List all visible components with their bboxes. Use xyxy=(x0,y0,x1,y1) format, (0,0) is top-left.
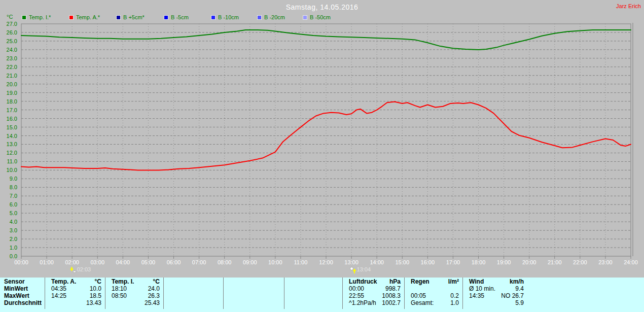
table-filler xyxy=(527,278,644,309)
y-tick-label: 23.0 xyxy=(1,55,17,61)
x-tick-label: 13:00 xyxy=(342,259,361,265)
cell-value: 13.43 xyxy=(86,299,105,306)
y-tick-label: 21.0 xyxy=(1,73,17,79)
x-tick-label: 17:00 xyxy=(443,259,462,265)
cell-time xyxy=(164,299,170,306)
y-tick-label: 6.0 xyxy=(1,201,17,207)
cell-value xyxy=(220,285,223,292)
cell-time xyxy=(45,299,51,306)
column-unit: km/h xyxy=(510,278,527,285)
x-tick-label: 23:00 xyxy=(596,259,615,265)
table-row-label: Durchschnitt xyxy=(0,299,45,306)
cell-time: 04:35 xyxy=(45,285,66,292)
x-tick-label: 09:00 xyxy=(240,259,260,265)
cell-value xyxy=(220,292,223,299)
x-tick-label: 18:00 xyxy=(469,259,488,265)
y-tick-label: 27.0 xyxy=(1,21,17,27)
y-tick-label: 17.0 xyxy=(1,107,17,113)
x-tick-label: 05:00 xyxy=(138,259,158,265)
cell-value: 9.4 xyxy=(515,285,527,292)
cell-time xyxy=(164,292,170,299)
cell-time: Ø 10 min. xyxy=(463,285,495,292)
table-column-luftdruck: LuftdruckhPa00:00998.722:551008.3^1.2hPa… xyxy=(342,278,404,309)
table-row-label: MaxWert xyxy=(0,292,45,299)
cell-time xyxy=(224,292,230,299)
y-tick-label: 7.0 xyxy=(1,193,17,199)
y-tick-label: 22.0 xyxy=(1,64,17,70)
cell-value: 1008.3 xyxy=(382,292,404,299)
cell-value: 5.9 xyxy=(515,299,527,306)
y-tick-label: 20.0 xyxy=(1,81,17,87)
x-tick-label: 21:00 xyxy=(545,259,564,265)
cell-value xyxy=(339,292,342,299)
cell-time: 18:10 xyxy=(105,285,127,292)
column-name: Temp. A. xyxy=(45,278,76,285)
table-column-regen: Regenl/m²00:050.2Gesamt:1.0 xyxy=(404,278,462,309)
cell-value xyxy=(280,292,284,299)
cell-value: 18.5 xyxy=(90,292,105,299)
cell-value xyxy=(339,285,342,292)
x-tick-label: 04:00 xyxy=(113,259,132,265)
marker-moonrise: 13:04 xyxy=(350,266,371,275)
table-column-temp-i-: Temp. I.°C18:1024.008:5026.325.43 xyxy=(105,278,163,309)
marker-time-label: 02:03 xyxy=(77,266,91,273)
table-row-labels-column: SensorMinWertMaxWertDurchschnitt xyxy=(0,278,45,309)
y-tick-label: 10.0 xyxy=(1,167,17,173)
column-name xyxy=(284,278,291,285)
cell-value xyxy=(459,285,462,292)
cell-value: NO 26.7 xyxy=(501,292,527,299)
x-tick-label: 14:00 xyxy=(367,259,386,265)
cell-value xyxy=(339,299,342,306)
y-tick-label: 12.0 xyxy=(1,150,17,156)
x-tick-label: 20:00 xyxy=(520,259,539,265)
y-tick-label: 1.0 xyxy=(1,245,17,251)
y-tick-label: 18.0 xyxy=(1,98,17,105)
column-name xyxy=(164,278,170,285)
cell-value: 25.43 xyxy=(145,299,163,306)
cell-value: 1002.7 xyxy=(382,299,404,306)
weather-logger-screen: { "header": { "title": "Samstag, 14.05.2… xyxy=(0,0,644,312)
plot-border xyxy=(21,24,631,256)
x-tick-label: 10:00 xyxy=(266,259,285,265)
column-name xyxy=(224,278,230,285)
cell-value xyxy=(280,285,284,292)
cell-time: 22:55 xyxy=(343,292,364,299)
x-tick-label: 06:00 xyxy=(164,259,184,265)
stats-table: SensorMinWertMaxWertDurchschnittTemp. A.… xyxy=(0,278,644,312)
y-tick-label: 9.0 xyxy=(1,176,17,182)
table-row-label: MinWert xyxy=(0,285,45,292)
cell-value: 24.0 xyxy=(148,285,163,292)
cell-value: 0.2 xyxy=(450,292,462,299)
y-tick-label: 16.0 xyxy=(1,116,17,122)
y-tick-label: 26.0 xyxy=(1,29,17,36)
cell-value xyxy=(280,299,284,306)
y-tick-label: 13.0 xyxy=(1,141,17,147)
table-column-temp-a-: Temp. A.°C04:3510.014:2518.513.43 xyxy=(45,278,105,309)
y-tick-label: 14.0 xyxy=(1,133,17,139)
cell-time: 14:25 xyxy=(45,292,66,299)
y-tick-label: 2.0 xyxy=(1,236,17,242)
cell-time: 08:50 xyxy=(105,292,127,299)
cell-time: 00:00 xyxy=(343,285,364,292)
cell-value: 10.0 xyxy=(90,285,105,292)
x-tick-label: 24:00 xyxy=(621,259,640,265)
cell-time: 14:35 xyxy=(463,292,484,299)
cell-time xyxy=(463,299,469,306)
table-column-empty xyxy=(163,278,223,309)
y-tick-label: 4.0 xyxy=(1,219,17,225)
cell-value xyxy=(220,299,223,306)
y-tick-label: 11.0 xyxy=(1,158,17,164)
x-tick-label: 16:00 xyxy=(418,259,437,265)
x-tick-label: 08:00 xyxy=(215,259,234,265)
y-tick-label: 0.0 xyxy=(1,253,17,259)
cell-value: 1.0 xyxy=(450,299,462,306)
marker-moonset: 02:03 xyxy=(70,266,91,275)
y-tick-label: 25.0 xyxy=(1,38,17,44)
x-tick-label: 07:00 xyxy=(190,259,209,265)
y-tick-label: 5.0 xyxy=(1,210,17,216)
column-unit: l/m² xyxy=(448,278,462,285)
column-name: Luftdruck xyxy=(343,278,377,285)
cell-time xyxy=(224,285,230,292)
column-name: Wind xyxy=(463,278,484,285)
cell-time xyxy=(284,299,291,306)
